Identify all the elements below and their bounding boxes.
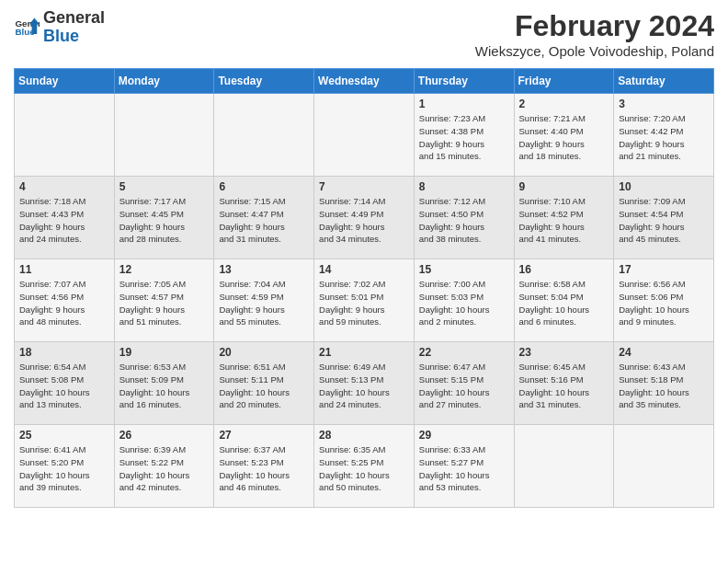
calendar-cell: 25Sunrise: 6:41 AM Sunset: 5:20 PM Dayli…	[15, 425, 115, 508]
day-info: Sunrise: 6:56 AM Sunset: 5:06 PM Dayligh…	[619, 278, 709, 328]
day-number: 17	[619, 263, 709, 276]
day-info: Sunrise: 7:00 AM Sunset: 5:03 PM Dayligh…	[419, 278, 509, 328]
calendar-cell	[114, 94, 214, 177]
calendar-week-2: 11Sunrise: 7:07 AM Sunset: 4:56 PM Dayli…	[15, 259, 714, 342]
calendar-cell: 9Sunrise: 7:10 AM Sunset: 4:52 PM Daylig…	[514, 177, 614, 259]
calendar-header: SundayMondayTuesdayWednesdayThursdayFrid…	[15, 69, 714, 94]
day-info: Sunrise: 7:23 AM Sunset: 4:38 PM Dayligh…	[419, 112, 509, 163]
day-info: Sunrise: 7:07 AM Sunset: 4:56 PM Dayligh…	[19, 278, 109, 328]
calendar-cell: 19Sunrise: 6:53 AM Sunset: 5:09 PM Dayli…	[114, 342, 214, 425]
header-cell-friday: Friday	[514, 69, 614, 94]
day-number: 19	[119, 346, 210, 359]
day-info: Sunrise: 7:12 AM Sunset: 4:50 PM Dayligh…	[419, 195, 509, 246]
calendar-cell: 15Sunrise: 7:00 AM Sunset: 5:03 PM Dayli…	[414, 259, 514, 342]
day-info: Sunrise: 6:39 AM Sunset: 5:22 PM Dayligh…	[119, 443, 210, 494]
day-number: 18	[19, 346, 109, 359]
logo-general-text: General	[43, 8, 105, 27]
calendar-cell: 4Sunrise: 7:18 AM Sunset: 4:43 PM Daylig…	[15, 177, 115, 259]
day-info: Sunrise: 6:33 AM Sunset: 5:27 PM Dayligh…	[419, 443, 509, 494]
header-cell-sunday: Sunday	[15, 69, 115, 94]
calendar-cell	[15, 94, 115, 177]
day-number: 5	[119, 180, 210, 193]
calendar-cell: 8Sunrise: 7:12 AM Sunset: 4:50 PM Daylig…	[414, 177, 514, 259]
day-info: Sunrise: 6:58 AM Sunset: 5:04 PM Dayligh…	[519, 278, 609, 328]
day-number: 14	[319, 263, 409, 276]
day-number: 7	[319, 180, 409, 193]
calendar-cell	[214, 94, 314, 177]
header-cell-monday: Monday	[114, 69, 214, 94]
day-number: 12	[119, 263, 210, 276]
day-info: Sunrise: 7:05 AM Sunset: 4:57 PM Dayligh…	[119, 278, 210, 328]
day-number: 26	[119, 429, 210, 442]
day-info: Sunrise: 7:10 AM Sunset: 4:52 PM Dayligh…	[519, 195, 609, 246]
calendar-cell	[314, 94, 415, 177]
title-block: February 2024 Wiekszyce, Opole Voivodesh…	[475, 9, 714, 59]
calendar-cell: 22Sunrise: 6:47 AM Sunset: 5:15 PM Dayli…	[414, 342, 514, 425]
calendar-cell: 10Sunrise: 7:09 AM Sunset: 4:54 PM Dayli…	[614, 177, 714, 259]
calendar-table: SundayMondayTuesdayWednesdayThursdayFrid…	[14, 68, 714, 508]
calendar-cell: 20Sunrise: 6:51 AM Sunset: 5:11 PM Dayli…	[214, 342, 314, 425]
header-cell-wednesday: Wednesday	[314, 69, 415, 94]
calendar-cell: 5Sunrise: 7:17 AM Sunset: 4:45 PM Daylig…	[114, 177, 214, 259]
day-number: 10	[619, 180, 709, 193]
calendar-week-1: 4Sunrise: 7:18 AM Sunset: 4:43 PM Daylig…	[15, 177, 714, 259]
calendar-cell: 11Sunrise: 7:07 AM Sunset: 4:56 PM Dayli…	[15, 259, 115, 342]
day-number: 28	[319, 429, 409, 442]
day-number: 22	[419, 346, 509, 359]
calendar-cell: 18Sunrise: 6:54 AM Sunset: 5:08 PM Dayli…	[15, 342, 115, 425]
calendar-cell: 7Sunrise: 7:14 AM Sunset: 4:49 PM Daylig…	[314, 177, 415, 259]
day-number: 23	[519, 346, 609, 359]
subtitle: Wiekszyce, Opole Voivodeship, Poland	[475, 43, 714, 59]
day-info: Sunrise: 6:53 AM Sunset: 5:09 PM Dayligh…	[119, 361, 210, 411]
day-info: Sunrise: 6:41 AM Sunset: 5:20 PM Dayligh…	[19, 443, 109, 494]
day-number: 15	[419, 263, 509, 276]
calendar-cell	[614, 425, 714, 508]
day-info: Sunrise: 7:20 AM Sunset: 4:42 PM Dayligh…	[619, 112, 709, 163]
day-number: 16	[519, 263, 609, 276]
header-row: SundayMondayTuesdayWednesdayThursdayFrid…	[15, 69, 714, 94]
day-info: Sunrise: 6:49 AM Sunset: 5:13 PM Dayligh…	[319, 361, 409, 411]
day-info: Sunrise: 7:17 AM Sunset: 4:45 PM Dayligh…	[119, 195, 210, 246]
calendar-cell: 6Sunrise: 7:15 AM Sunset: 4:47 PM Daylig…	[214, 177, 314, 259]
calendar-cell: 1Sunrise: 7:23 AM Sunset: 4:38 PM Daylig…	[414, 94, 514, 177]
calendar-cell: 12Sunrise: 7:05 AM Sunset: 4:57 PM Dayli…	[114, 259, 214, 342]
day-number: 11	[19, 263, 109, 276]
day-info: Sunrise: 6:37 AM Sunset: 5:23 PM Dayligh…	[219, 443, 309, 494]
day-number: 13	[219, 263, 309, 276]
day-number: 20	[219, 346, 309, 359]
calendar-cell: 3Sunrise: 7:20 AM Sunset: 4:42 PM Daylig…	[614, 94, 714, 177]
day-number: 3	[619, 98, 709, 110]
calendar-cell: 28Sunrise: 6:35 AM Sunset: 5:25 PM Dayli…	[314, 425, 415, 508]
day-info: Sunrise: 6:35 AM Sunset: 5:25 PM Dayligh…	[319, 443, 409, 494]
main-title: February 2024	[475, 9, 714, 43]
day-info: Sunrise: 7:14 AM Sunset: 4:49 PM Dayligh…	[319, 195, 409, 246]
calendar-cell: 24Sunrise: 6:43 AM Sunset: 5:18 PM Dayli…	[614, 342, 714, 425]
calendar-cell: 14Sunrise: 7:02 AM Sunset: 5:01 PM Dayli…	[314, 259, 415, 342]
day-info: Sunrise: 6:51 AM Sunset: 5:11 PM Dayligh…	[219, 361, 309, 411]
calendar-cell: 21Sunrise: 6:49 AM Sunset: 5:13 PM Dayli…	[314, 342, 415, 425]
day-number: 29	[419, 429, 509, 442]
day-number: 1	[419, 98, 509, 110]
calendar-cell	[514, 425, 614, 508]
day-info: Sunrise: 6:43 AM Sunset: 5:18 PM Dayligh…	[619, 361, 709, 411]
day-number: 21	[319, 346, 409, 359]
day-info: Sunrise: 6:54 AM Sunset: 5:08 PM Dayligh…	[19, 361, 109, 411]
calendar-week-4: 25Sunrise: 6:41 AM Sunset: 5:20 PM Dayli…	[15, 425, 714, 508]
day-info: Sunrise: 6:47 AM Sunset: 5:15 PM Dayligh…	[419, 361, 509, 411]
day-number: 4	[19, 180, 109, 193]
logo-blue-text: Blue	[43, 27, 79, 45]
day-info: Sunrise: 7:15 AM Sunset: 4:47 PM Dayligh…	[219, 195, 309, 246]
day-number: 2	[519, 98, 609, 110]
day-number: 9	[519, 180, 609, 193]
day-info: Sunrise: 7:09 AM Sunset: 4:54 PM Dayligh…	[619, 195, 709, 246]
day-info: Sunrise: 7:18 AM Sunset: 4:43 PM Dayligh…	[19, 195, 109, 246]
day-info: Sunrise: 7:21 AM Sunset: 4:40 PM Dayligh…	[519, 112, 609, 163]
day-number: 8	[419, 180, 509, 193]
header-cell-tuesday: Tuesday	[214, 69, 314, 94]
calendar-body: 1Sunrise: 7:23 AM Sunset: 4:38 PM Daylig…	[15, 94, 714, 508]
calendar-cell: 17Sunrise: 6:56 AM Sunset: 5:06 PM Dayli…	[614, 259, 714, 342]
day-number: 6	[219, 180, 309, 193]
calendar-cell: 27Sunrise: 6:37 AM Sunset: 5:23 PM Dayli…	[214, 425, 314, 508]
calendar-week-0: 1Sunrise: 7:23 AM Sunset: 4:38 PM Daylig…	[15, 94, 714, 177]
header: General Blue General Blue February 2024 …	[14, 9, 714, 59]
